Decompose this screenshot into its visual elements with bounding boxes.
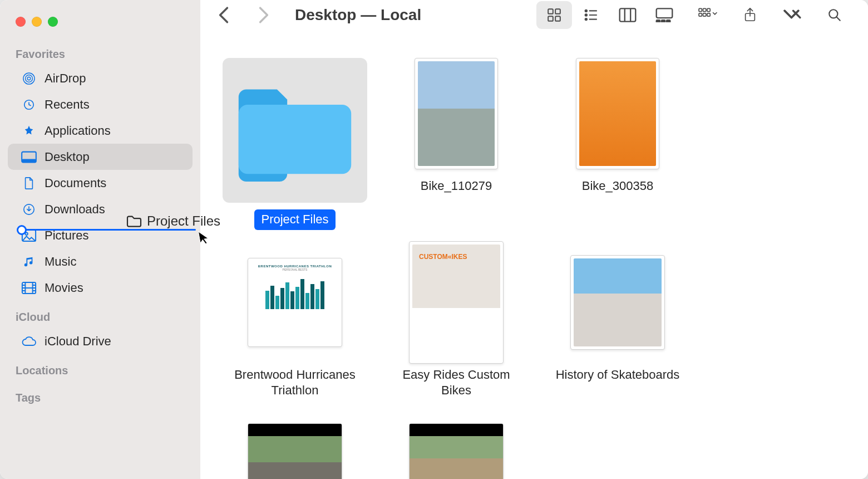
svg-rect-18: [657, 8, 673, 18]
document-thumbnail: [409, 247, 504, 358]
svg-point-16: [585, 18, 587, 20]
sidebar-item-recents[interactable]: Recents: [8, 91, 193, 118]
group-by-button[interactable]: [690, 1, 726, 29]
cloud-icon: [20, 335, 38, 348]
svg-rect-13: [555, 16, 560, 21]
svg-rect-24: [707, 8, 710, 11]
svg-rect-23: [703, 8, 706, 11]
file-item-bike-300358[interactable]: Bike_300358: [545, 58, 690, 230]
sidebar-item-movies[interactable]: Movies: [8, 275, 193, 301]
svg-rect-20: [662, 20, 665, 22]
gallery-view-button[interactable]: [647, 1, 682, 29]
sidebar-item-label: Downloads: [45, 202, 105, 217]
sidebar-item-documents[interactable]: Documents: [8, 170, 193, 196]
file-item-roadtrip-012[interactable]: RoadTrip_012: [223, 418, 367, 479]
sidebar-section-tags: Tags: [0, 382, 200, 409]
downloads-icon: [20, 203, 38, 216]
sidebar-item-airdrop[interactable]: AirDrop: [8, 65, 193, 91]
file-item-bike-110279[interactable]: Bike_110279: [384, 58, 529, 230]
music-icon: [20, 256, 38, 268]
photo-thumbnail: [570, 58, 665, 169]
toolbar: Desktop — Local: [200, 0, 868, 30]
more-button[interactable]: [775, 1, 810, 29]
document-thumbnail: [570, 247, 665, 358]
svg-point-0: [27, 77, 31, 80]
sidebar-item-music[interactable]: Music: [8, 248, 193, 275]
sidebar-item-label: Applications: [45, 124, 111, 138]
finder-window: Favorites AirDrop Recents Applications D…: [0, 0, 868, 479]
folder-icon: [223, 58, 367, 203]
file-label: Easy Rides Custom Bikes: [387, 365, 526, 401]
svg-rect-17: [620, 8, 636, 21]
video-thumbnail: [409, 418, 504, 479]
sidebar-item-label: Recents: [45, 97, 90, 112]
sidebar-item-label: Music: [45, 255, 76, 269]
sidebar-section-icloud: iCloud: [0, 301, 200, 328]
close-window-button[interactable]: [16, 17, 26, 27]
svg-rect-5: [22, 159, 36, 162]
document-icon: [20, 177, 38, 189]
svg-rect-11: [555, 9, 560, 14]
movies-icon: [20, 282, 38, 294]
svg-point-14: [585, 10, 587, 12]
applications-icon: [20, 125, 38, 137]
file-label: Brentwood Hurricanes Triathlon: [225, 365, 364, 401]
svg-rect-21: [667, 20, 670, 22]
share-button[interactable]: [732, 1, 768, 29]
file-item-easy-rides[interactable]: Easy Rides Custom Bikes: [384, 247, 529, 401]
window-controls: [0, 6, 200, 38]
sidebar-item-label: AirDrop: [45, 71, 86, 86]
window-title: Desktop — Local: [295, 6, 421, 24]
icon-view-button[interactable]: [536, 1, 572, 29]
sidebar-item-label: Movies: [45, 281, 83, 295]
svg-rect-12: [548, 16, 553, 21]
back-button[interactable]: [207, 1, 240, 30]
sidebar-item-applications[interactable]: Applications: [8, 118, 193, 144]
sidebar-item-label: Documents: [45, 176, 106, 190]
sidebar-item-label: iCloud Drive: [45, 334, 111, 349]
sidebar-section-favorites: Favorites: [0, 38, 200, 65]
list-view-button[interactable]: [573, 1, 609, 29]
file-item-history-skateboards[interactable]: History of Skateboards: [545, 247, 690, 401]
sidebar-item-desktop[interactable]: Desktop: [8, 144, 193, 170]
svg-rect-22: [699, 8, 702, 11]
sidebar-item-pictures[interactable]: Pictures: [8, 222, 193, 248]
video-thumbnail: [248, 418, 342, 479]
svg-rect-27: [707, 13, 710, 16]
svg-rect-25: [699, 13, 702, 16]
svg-rect-30: [239, 105, 351, 174]
airdrop-icon: [20, 72, 38, 85]
file-label: History of Skateboards: [549, 365, 687, 385]
sidebar-item-downloads[interactable]: Downloads: [8, 196, 193, 222]
file-label: Project Files: [254, 209, 335, 230]
drop-indicator: [20, 229, 196, 231]
file-item-project-files[interactable]: Project Files: [223, 58, 367, 230]
svg-point-1: [26, 75, 33, 82]
file-item-roadtrip-024[interactable]: RoadTrip_024: [384, 418, 529, 479]
sidebar: Favorites AirDrop Recents Applications D…: [0, 0, 200, 479]
file-label: Bike_110279: [414, 176, 499, 197]
svg-point-15: [585, 14, 587, 16]
document-thumbnail: BRENTWOOD HURRICANES TRIATHLON PERSONAL …: [248, 247, 342, 358]
photo-thumbnail: [409, 58, 504, 169]
svg-rect-19: [657, 20, 660, 22]
desktop-icon: [20, 151, 38, 163]
minimize-window-button[interactable]: [32, 17, 42, 27]
sidebar-section-locations: Locations: [0, 354, 200, 382]
view-mode-group: [535, 0, 683, 30]
svg-rect-10: [548, 9, 553, 14]
search-button[interactable]: [817, 1, 852, 29]
clock-icon: [20, 99, 38, 111]
content-area: Desktop — Local: [200, 0, 868, 479]
file-item-triathlon[interactable]: BRENTWOOD HURRICANES TRIATHLON PERSONAL …: [223, 247, 367, 401]
file-grid[interactable]: Project Files Bike_110279 Bike_300358: [200, 30, 868, 479]
sidebar-item-label: Desktop: [45, 150, 90, 164]
file-label: Bike_300358: [575, 176, 660, 197]
sidebar-item-icloud-drive[interactable]: iCloud Drive: [8, 328, 193, 354]
forward-button[interactable]: [247, 1, 280, 30]
zoom-window-button[interactable]: [48, 17, 58, 27]
svg-rect-26: [703, 13, 706, 16]
column-view-button[interactable]: [610, 1, 645, 29]
